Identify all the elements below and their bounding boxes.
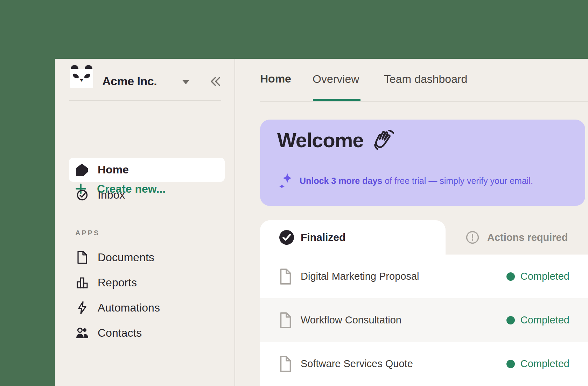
- org-name[interactable]: Acme Inc.: [102, 74, 157, 88]
- sidebar-item-home[interactable]: Home: [69, 158, 225, 182]
- main-content: Home Overview Team dashboard Welcome: [235, 59, 588, 386]
- file-icon: [279, 356, 292, 372]
- tab-overview[interactable]: Overview: [313, 73, 359, 86]
- document-row[interactable]: Digital Marketing Proposal Completed: [260, 255, 588, 298]
- document-row[interactable]: Software Services Quote Completed: [260, 342, 588, 386]
- inbox-check-icon: [75, 188, 89, 201]
- status-dot-icon: [506, 316, 515, 324]
- trial-message-rest: of free trial — simply verify your email…: [382, 176, 533, 186]
- sparkles-icon: [279, 172, 293, 190]
- sidebar: ♥ Acme Inc.: [55, 59, 235, 386]
- tab-home[interactable]: Home: [260, 72, 291, 85]
- lightning-icon: [75, 301, 89, 315]
- document-row[interactable]: Workflow Consultation Completed: [260, 298, 588, 342]
- contacts-people-icon: [75, 327, 89, 339]
- tab-finalized-label: Finalized: [301, 231, 345, 243]
- status-dot-icon: [506, 360, 515, 368]
- trial-message-bold: Unlock 3 more days: [300, 176, 382, 186]
- welcome-banner: Welcome: [260, 120, 585, 206]
- welcome-title: Welcome: [277, 128, 364, 152]
- header-divider: [260, 101, 588, 102]
- document-icon: [75, 250, 89, 264]
- file-icon: [279, 269, 292, 285]
- status-badge: Completed: [506, 271, 569, 282]
- tab-finalized[interactable]: Finalized: [260, 220, 446, 255]
- exclamation-circle-icon: [465, 230, 479, 244]
- sidebar-divider: [69, 100, 221, 101]
- tab-actions-required[interactable]: Actions required: [465, 220, 568, 255]
- document-title[interactable]: Digital Marketing Proposal: [301, 271, 419, 282]
- status-label: Completed: [520, 358, 569, 370]
- apps-section-label: APPS: [75, 229, 100, 237]
- document-title[interactable]: Software Services Quote: [301, 358, 413, 370]
- home-icon: [75, 163, 89, 177]
- sidebar-item-inbox[interactable]: Inbox: [75, 183, 125, 207]
- sidebar-item-reports[interactable]: Reports: [75, 271, 137, 294]
- status-dot-icon: [506, 272, 515, 281]
- waving-hand-icon: [371, 128, 395, 152]
- sidebar-item-contacts[interactable]: Contacts: [75, 321, 142, 345]
- sidebar-item-label: Documents: [98, 251, 154, 264]
- check-circle-icon: [279, 230, 294, 245]
- org-switcher[interactable]: ♥ Acme Inc.: [70, 65, 227, 91]
- sidebar-item-automations[interactable]: Automations: [75, 296, 160, 320]
- document-list: Digital Marketing Proposal Completed Wor…: [260, 255, 588, 386]
- collapse-sidebar-icon[interactable]: [210, 77, 222, 87]
- sidebar-item-label: Automations: [98, 301, 160, 314]
- chevron-down-icon[interactable]: [182, 80, 190, 85]
- panda-logo-icon: ♥: [70, 65, 93, 91]
- status-label: Completed: [520, 314, 569, 326]
- bar-chart-icon: [75, 276, 89, 289]
- document-title[interactable]: Workflow Consultation: [301, 314, 401, 326]
- tab-actions-required-label: Actions required: [487, 232, 568, 243]
- trial-message: Unlock 3 more days of free trial — simpl…: [300, 176, 533, 186]
- sidebar-item-label: Reports: [98, 276, 137, 289]
- app-window: ♥ Acme Inc.: [55, 59, 588, 386]
- sidebar-item-label: Inbox: [98, 188, 125, 201]
- status-badge: Completed: [506, 358, 569, 370]
- sidebar-item-label: Contacts: [98, 327, 142, 339]
- sidebar-item-documents[interactable]: Documents: [75, 245, 154, 269]
- tab-team-dashboard[interactable]: Team dashboard: [384, 73, 467, 86]
- file-icon: [279, 312, 292, 328]
- status-label: Completed: [520, 271, 569, 282]
- page-backdrop: ♥ Acme Inc.: [0, 0, 588, 386]
- sidebar-item-label: Home: [98, 163, 129, 176]
- status-badge: Completed: [506, 314, 569, 326]
